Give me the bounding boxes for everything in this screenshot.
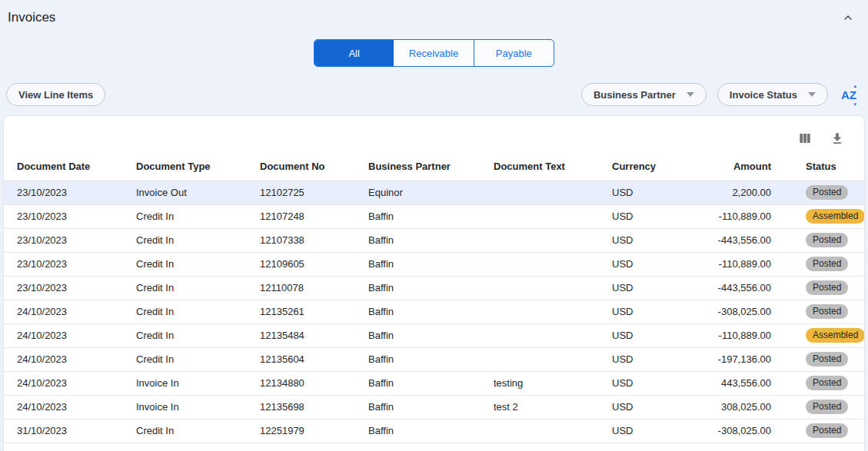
caret-down-icon [687, 92, 694, 97]
cell-document-date: 24/10/2023 [4, 300, 123, 323]
invoice-type-tab-group: AllReceivablePayable [314, 39, 554, 67]
status-badge: Posted [806, 185, 848, 200]
cell-document-no: 12251979 [247, 419, 355, 443]
cell-status: Posted [777, 252, 865, 276]
table-row[interactable]: 23/10/2023 Credit In 12109605 Baffin USD… [4, 252, 865, 276]
cell-document-no: 12109605 [247, 252, 355, 276]
cell-document-type: Credit In [123, 276, 247, 300]
sort-alphabetical-icon[interactable]: AZ ▴ ▾ [839, 85, 859, 104]
columns-icon[interactable] [796, 130, 813, 147]
table-row[interactable]: 23/10/2023 Credit In 12107338 Baffin USD… [4, 228, 865, 252]
column-header-currency[interactable]: Currency [599, 153, 687, 181]
table-row[interactable]: 24/10/2023 Invoice In 12135698 Baffin te… [4, 395, 865, 419]
tab-payable[interactable]: Payable [474, 40, 554, 66]
cell-currency: USD [599, 228, 687, 252]
cell-status: Posted [777, 276, 865, 300]
column-header-document-no[interactable]: Document No [247, 153, 355, 181]
cell-status: Posted [777, 300, 865, 323]
cell-amount: -197,136.00 [687, 347, 777, 371]
column-header-document-date[interactable]: Document Date [4, 153, 123, 181]
cell-document-type: Credit In [123, 228, 247, 252]
column-header-business-partner[interactable]: Business Partner [355, 153, 481, 181]
cell-document-date: 24/10/2023 [4, 395, 123, 419]
download-icon[interactable] [829, 130, 846, 147]
cell-document-text [481, 323, 599, 347]
cell-amount: -443,556.00 [687, 276, 777, 300]
cell-document-no: 12102725 [247, 181, 355, 204]
cell-currency: USD [599, 204, 687, 228]
cell-business-partner: Baffin [355, 323, 481, 347]
tab-receivable[interactable]: Receivable [394, 40, 474, 66]
cell-document-no: 12110078 [247, 276, 355, 300]
cell-status: Assembled [777, 323, 865, 347]
cell-document-type: Invoice Out [123, 181, 247, 204]
table-row[interactable]: 24/10/2023 Invoice In 12134880 Baffin te… [4, 371, 865, 395]
column-header-status[interactable]: Status [777, 153, 865, 181]
cell-document-no: 12107338 [247, 228, 355, 252]
cell-document-date: 24/10/2023 [4, 323, 123, 347]
cell-document-no: 12135261 [247, 300, 355, 323]
cell-document-text [481, 204, 599, 228]
tab-all[interactable]: All [314, 40, 394, 66]
cell-document-text: test 2 [481, 395, 599, 419]
cell-business-partner: Baffin [355, 300, 481, 323]
cell-document-text [481, 181, 599, 204]
cell-business-partner: Baffin [355, 347, 481, 371]
cell-amount: -308,025.00 [687, 419, 777, 443]
business-partner-dropdown[interactable]: Business Partner [581, 83, 707, 106]
cell-document-no: 12135698 [247, 395, 355, 419]
cell-currency: USD [599, 419, 687, 443]
chevron-up-icon[interactable] [839, 8, 857, 27]
column-header-amount[interactable]: Amount [687, 153, 777, 181]
cell-document-type: Credit In [123, 300, 247, 323]
toolbar: View Line Items Business Partner Invoice… [0, 83, 868, 106]
cell-amount: 2,200.00 [687, 181, 777, 204]
table-row[interactable]: 23/10/2023 Credit In 12110078 Baffin USD… [4, 276, 865, 300]
status-badge: Assembled [806, 328, 865, 343]
cell-business-partner: Baffin [355, 204, 481, 228]
cell-document-type: Credit In [123, 252, 247, 276]
cell-business-partner: Baffin [355, 276, 481, 300]
cell-document-text [481, 300, 599, 323]
table-row[interactable]: 24/10/2023 Credit In 12135261 Baffin USD… [4, 300, 865, 323]
status-badge: Posted [806, 376, 848, 390]
cell-document-type: Credit In [123, 204, 247, 228]
status-badge: Assembled [806, 209, 865, 224]
cell-currency: USD [599, 395, 687, 419]
table-row[interactable]: 24/10/2023 Credit In 12135484 Baffin USD… [4, 323, 865, 347]
table-row[interactable]: 23/10/2023 Credit In 12107248 Baffin USD… [4, 204, 865, 228]
cell-currency: USD [599, 371, 687, 395]
cell-document-text: testing [481, 371, 599, 395]
cell-document-date: 24/10/2023 [4, 371, 123, 395]
cell-document-date: 23/10/2023 [4, 252, 123, 276]
cell-document-type: Invoice In [123, 371, 247, 395]
cell-document-date: 23/10/2023 [4, 181, 123, 204]
cell-document-text [481, 252, 599, 276]
table-row[interactable]: 24/10/2023 Credit In 12135604 Baffin USD… [4, 347, 865, 371]
cell-document-date: 23/10/2023 [4, 204, 123, 228]
cell-status: Posted [777, 419, 865, 443]
view-line-items-button[interactable]: View Line Items [6, 83, 105, 106]
cell-document-date: 24/10/2023 [4, 347, 123, 371]
cell-document-no: 12134880 [247, 371, 355, 395]
cell-business-partner: Baffin [355, 228, 481, 252]
cell-document-type: Invoice In [123, 395, 247, 419]
cell-status: Posted [777, 181, 865, 204]
status-badge: Posted [806, 257, 848, 271]
cell-status: Posted [777, 347, 865, 371]
panel-header: Invoices [0, 0, 868, 28]
cell-document-date: 31/10/2023 [4, 419, 123, 443]
cell-document-text [481, 276, 599, 300]
cell-document-no: 12107248 [247, 204, 355, 228]
cell-document-type: Credit In [123, 419, 247, 443]
table-row[interactable]: 23/10/2023 Invoice Out 12102725 Equinor … [4, 181, 865, 204]
caret-down-icon [808, 92, 816, 97]
table-row[interactable]: 31/10/2023 Credit In 12251979 Baffin USD… [4, 419, 865, 443]
invoice-status-dropdown[interactable]: Invoice Status [717, 83, 828, 106]
invoices-card: Document DateDocument TypeDocument NoBus… [3, 115, 865, 451]
column-header-document-text[interactable]: Document Text [481, 153, 599, 181]
status-badge: Posted [806, 352, 848, 366]
column-header-document-type[interactable]: Document Type [123, 153, 247, 181]
cell-amount: 443,556.00 [687, 371, 777, 395]
cell-business-partner: Baffin [355, 371, 481, 395]
